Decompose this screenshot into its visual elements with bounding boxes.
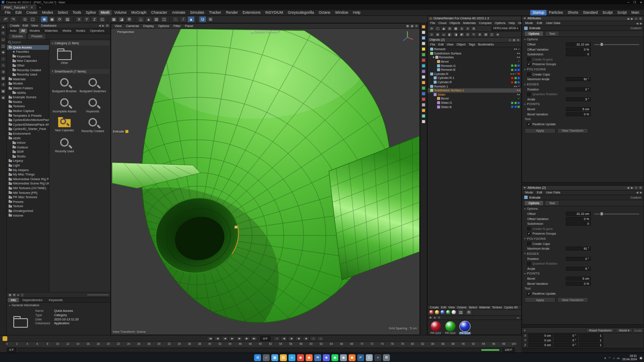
grid-view-icon[interactable]: ▦: [9, 293, 12, 296]
layout-standard[interactable]: Standard: [581, 10, 600, 15]
octane-toolbar1-icon-1[interactable]: ▢: [435, 26, 440, 31]
checkbox[interactable]: [527, 93, 531, 96]
spline-tool-icon[interactable]: ∿: [0, 63, 6, 68]
menubar-item-character[interactable]: Character: [149, 10, 169, 15]
menubar-item-tools[interactable]: Tools: [70, 10, 83, 15]
material-menu-create[interactable]: Create: [429, 305, 440, 309]
autokey-button[interactable]: ◉: [281, 336, 287, 341]
material-thumbnail-2[interactable]: PR GGX: [459, 321, 471, 335]
tag-chip[interactable]: [511, 102, 513, 104]
tree-item-environment[interactable]: Environment: [7, 131, 49, 136]
visibility-dot[interactable]: [517, 57, 518, 58]
tree-item-uncategorized[interactable]: Uncategorized: [7, 208, 49, 213]
asset-menu-databases[interactable]: Databases: [40, 24, 58, 28]
checkbox[interactable]: [527, 57, 531, 61]
points-mode-icon[interactable]: ∴: [172, 16, 179, 22]
checkbox[interactable]: [527, 227, 531, 230]
tree-item-materials[interactable]: Materials: [7, 77, 49, 81]
visibility-dot[interactable]: [519, 53, 520, 54]
visibility-dot[interactable]: [510, 73, 512, 75]
attributes-header[interactable]: ≡Attributes (2)◀▶⊙⚙: [522, 186, 644, 190]
octane-menu-cloud[interactable]: Cloud: [437, 21, 448, 25]
tag-chip[interactable]: [514, 69, 517, 71]
blender-app-icon[interactable]: ◉: [349, 354, 355, 361]
om-menu-object[interactable]: Object: [455, 42, 467, 46]
attr-menu-edit[interactable]: Edit: [535, 21, 544, 25]
visibility-dot[interactable]: [517, 90, 518, 91]
octane-camera-icon[interactable]: [421, 35, 426, 40]
octane-menu-compare[interactable]: Compare: [477, 21, 493, 25]
octane-material-icon[interactable]: [421, 52, 426, 57]
tree-item-pr-misc-textures[interactable]: PR Misc Textures: [7, 195, 49, 200]
object-manager-empty-area[interactable]: [428, 109, 521, 305]
menubar-item-spline[interactable]: Spline: [84, 10, 98, 15]
octane-toolbar2-icon-8[interactable]: ⚙: [477, 32, 483, 37]
object-item-subdivision-surface-1[interactable]: Subdivision Surface.1: [428, 88, 521, 93]
menubar-item-modes[interactable]: Modes: [40, 10, 55, 15]
object-item-remeshes[interactable]: ▾Remeshes: [428, 55, 521, 60]
object-item-slider[interactable]: Slider: [428, 93, 521, 97]
viewport-menu-options[interactable]: Options: [156, 24, 171, 28]
menubar-item-simulate[interactable]: Simulate: [188, 10, 207, 15]
panel-menu-icon[interactable]: ≡: [524, 17, 526, 20]
terminal-app-icon[interactable]: >: [374, 354, 381, 361]
slider-knob[interactable]: [601, 212, 603, 215]
tag-chip[interactable]: [514, 77, 517, 79]
visibility-dot[interactable]: [519, 90, 520, 91]
keyframe-position-button[interactable]: ◆: [288, 336, 295, 341]
object-item-bevel[interactable]: Bevel✓: [428, 97, 521, 101]
tree-item-motion-capture[interactable]: Motion Capture: [7, 109, 49, 113]
octane-menu-help[interactable]: Help: [507, 21, 516, 25]
render-view-icon[interactable]: ▦: [110, 16, 117, 22]
redo-icon[interactable]: ↷: [10, 16, 17, 22]
mail-app-icon[interactable]: ✉: [314, 354, 321, 361]
field-slider[interactable]: [594, 214, 639, 214]
field-value-input[interactable]: 0 %: [566, 112, 591, 116]
octane-toolbar1-icon-2[interactable]: ◉: [441, 26, 447, 31]
viewport-grid-icon[interactable]: ▦: [406, 24, 409, 27]
octane-hdri-icon[interactable]: [421, 80, 426, 85]
menubar-item-help[interactable]: Help: [351, 10, 362, 15]
asset-menu-create[interactable]: Create: [9, 24, 21, 28]
object-item-bevel[interactable]: Bevel✓: [428, 60, 521, 64]
widgets-icon[interactable]: ▦: [271, 354, 278, 361]
material-menu-texture[interactable]: Texture: [491, 305, 503, 309]
rotation-input[interactable]: 0 °: [554, 338, 578, 342]
tree-item-favorites[interactable]: ★Favorites: [7, 50, 49, 54]
attr-nav-icon-0[interactable]: ◀: [636, 191, 638, 194]
checkbox[interactable]: [527, 262, 531, 265]
search-icon[interactable]: ○: [263, 354, 270, 361]
octane-toolbar1-icon-7[interactable]: ⚙: [471, 26, 477, 31]
tree-item-quick-access[interactable]: Quick Access: [7, 45, 49, 50]
camera-tool-icon[interactable]: ▣: [0, 88, 6, 94]
live-selection-icon[interactable]: ⊙: [21, 16, 28, 22]
tree-item-textures[interactable]: Textures: [7, 104, 49, 109]
attr-header-icon-1[interactable]: ▶: [631, 186, 633, 189]
checkbox[interactable]: ✓: [527, 292, 531, 296]
octane-aov-icon[interactable]: [421, 108, 426, 113]
rotation-input[interactable]: 0 °: [554, 343, 578, 347]
tree-item-presets[interactable]: Presets: [7, 199, 49, 204]
current-frame-field[interactable]: 0 F: [260, 336, 270, 341]
info-tab-info[interactable]: Info: [8, 298, 19, 302]
attr-nav-icon-1[interactable]: ▶: [640, 191, 642, 194]
attr-menu-mode[interactable]: Mode: [523, 21, 535, 25]
attr-nav-icon-0[interactable]: ◀: [636, 22, 638, 25]
octane-toolbar1-icon-4[interactable]: ▦: [453, 26, 459, 31]
tree-item-recently-created[interactable]: Recently Created: [7, 68, 49, 72]
list-view-icon[interactable]: ▤: [13, 293, 16, 296]
viewport-menu-cameras[interactable]: Cameras: [124, 24, 140, 28]
field-value-input[interactable]: 0 %: [566, 282, 591, 286]
model-mode-icon[interactable]: ▲: [145, 16, 152, 22]
menubar-item-greyscalegorilla[interactable]: Greyscalegorilla: [286, 10, 316, 15]
info-tab-keywords[interactable]: Keywords: [46, 298, 66, 302]
attr-nav-icon-1[interactable]: ▶: [640, 22, 642, 25]
tag-chip[interactable]: [517, 77, 520, 79]
keyframe-parameter-button[interactable]: ◇: [310, 336, 316, 341]
object-item-subdivision-surface[interactable]: Subdivision Surface: [428, 51, 521, 56]
checkbox[interactable]: ✓: [527, 123, 531, 126]
viewport-menu-view[interactable]: View: [113, 24, 123, 28]
close-button[interactable]: ✕: [640, 1, 642, 4]
menubar-item-insydium[interactable]: INSYDIUM: [263, 10, 286, 15]
section-polygons[interactable]: ▾POLYGONS: [522, 67, 644, 72]
